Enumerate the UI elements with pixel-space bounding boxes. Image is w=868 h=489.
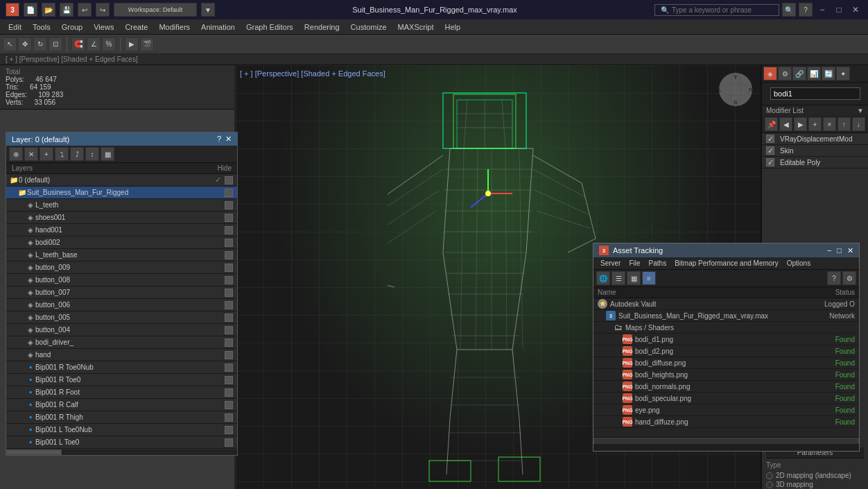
layer-hide-toggle[interactable] <box>225 264 233 272</box>
mod-next[interactable]: ▶ <box>794 117 807 131</box>
workspace-dropdown[interactable]: ▼ <box>201 3 215 17</box>
max-btn[interactable]: □ <box>832 3 846 17</box>
props-icon1[interactable]: ◈ <box>763 67 777 80</box>
rotate-tool[interactable]: ↻ <box>33 37 47 51</box>
props-icon2[interactable]: ⚙ <box>778 67 792 80</box>
layer-hide-toggle[interactable] <box>225 289 233 297</box>
layer-hide-toggle[interactable] <box>225 189 233 197</box>
mod-checkbox3[interactable]: ✓ <box>766 158 774 166</box>
layer-hide-toggle[interactable] <box>225 239 233 247</box>
layer-hide-toggle[interactable] <box>225 438 233 447</box>
layer-hide-toggle[interactable] <box>225 388 233 397</box>
asset-item[interactable]: PNG bodi_normals.png Found <box>593 381 859 393</box>
mod-dn[interactable]: ↓ <box>852 117 865 131</box>
layer-visibility-check[interactable]: ✓ <box>215 175 225 185</box>
scale-tool[interactable]: ⊡ <box>49 37 62 51</box>
layer-hide-toggle[interactable] <box>225 314 233 322</box>
props-icon3[interactable]: 🔗 <box>792 67 806 80</box>
layer-item[interactable]: 🔹 Bip001 R Toe0 <box>6 374 237 386</box>
layer-hide-toggle[interactable] <box>225 326 233 334</box>
menu-graph-editors[interactable]: Graph Editors <box>241 22 299 33</box>
layer-hide-toggle[interactable] <box>225 338 233 347</box>
layer-hide-toggle[interactable] <box>225 214 233 222</box>
layer-scrollbar-h[interactable] <box>6 449 237 455</box>
modifier-editable-poly[interactable]: ✓ Editable Poly <box>762 157 868 169</box>
layer-hide-toggle[interactable] <box>225 301 233 309</box>
radio-3d[interactable]: 3D mapping <box>766 481 864 488</box>
asset-settings-btn[interactable]: ⚙ <box>842 271 856 285</box>
modifier-vray[interactable]: ✓ VRayDisplacementMod <box>762 133 868 145</box>
asset-max-btn[interactable]: □ <box>837 246 842 255</box>
help-btn[interactable]: ? <box>799 3 813 17</box>
layer-item[interactable]: ◈ bodi_driver_ <box>6 336 237 349</box>
menu-group[interactable]: Group <box>56 22 89 33</box>
layer-item[interactable]: ◈ L_teeth <box>6 199 237 212</box>
asset-tool4[interactable]: ≡ <box>642 271 656 285</box>
layer-hide-toggle[interactable] <box>225 351 233 359</box>
move-tool[interactable]: ✥ <box>18 37 32 51</box>
menu-modifiers[interactable]: Modifiers <box>153 22 196 33</box>
layer-item[interactable]: ◈ button_009 <box>6 261 237 274</box>
layer-tool2[interactable]: ✕ <box>24 147 38 161</box>
props-icon5[interactable]: 🔄 <box>822 67 835 80</box>
layer-item[interactable]: ◈ bodi002 <box>6 237 237 249</box>
menu-tools[interactable]: Tools <box>27 22 56 33</box>
layer-tool6[interactable]: ↕ <box>85 147 99 161</box>
mod-up[interactable]: ↑ <box>837 117 851 131</box>
asset-tool3[interactable]: ▦ <box>627 271 641 285</box>
mod-pin[interactable]: 📌 <box>765 117 778 131</box>
close-btn[interactable]: ✕ <box>849 3 862 17</box>
layer-hide-toggle[interactable] <box>225 201 233 209</box>
asset-item[interactable]: 🗂 Maps / Shaders <box>593 322 859 334</box>
angle-snap[interactable]: ∠ <box>87 37 101 51</box>
layer-scrollbar-thumb[interactable] <box>6 449 62 455</box>
asset-tool2[interactable]: ☰ <box>611 271 625 285</box>
layer-item[interactable]: 🔹 Bip001 R Thigh <box>6 411 237 424</box>
redo-btn[interactable]: ↪ <box>96 3 110 17</box>
layer-hide-toggle[interactable] <box>225 426 233 434</box>
search-bar[interactable]: 🔍 <box>654 4 779 16</box>
asset-item[interactable]: PNG bodi_d2.png Found <box>593 345 859 357</box>
layer-hide-toggle[interactable] <box>225 226 233 234</box>
menu-animation[interactable]: Animation <box>196 22 241 33</box>
asset-item[interactable]: PNG hand_diffuze.png Found <box>593 416 859 428</box>
layer-item[interactable]: 📁 0 (default) ✓ <box>6 174 237 187</box>
layer-item[interactable]: 🔹 Bip001 L Toe0Nub <box>6 424 237 436</box>
layer-item[interactable]: ◈ hand <box>6 349 237 361</box>
layer-item[interactable]: ◈ button_007 <box>6 286 237 299</box>
layer-tool3[interactable]: + <box>40 147 53 161</box>
select-tool[interactable]: ↖ <box>3 37 17 51</box>
asset-item[interactable]: PNG bodi_d1.png Found <box>593 334 859 345</box>
layer-close-btn[interactable]: ✕ <box>225 135 232 144</box>
object-name-input[interactable] <box>770 87 860 100</box>
workspace-btn[interactable]: Workspace: Default <box>114 3 197 17</box>
asset-tool1[interactable]: 🌐 <box>596 271 610 285</box>
render-setup[interactable]: 🎬 <box>140 37 154 51</box>
asset-item[interactable]: PNG bodi_specular.png Found <box>593 393 859 404</box>
app-icon[interactable]: 3 <box>6 3 19 17</box>
layer-item[interactable]: ◈ hand001 <box>6 224 237 237</box>
asset-close-btn[interactable]: ✕ <box>847 246 853 255</box>
asset-item[interactable]: 3 Suit_Business_Man_Fur_Rigged_max_vray.… <box>593 310 859 322</box>
layer-item[interactable]: ◈ shoes001 <box>6 212 237 224</box>
props-icon6[interactable]: ✦ <box>836 67 850 80</box>
layer-tool1[interactable]: ⊕ <box>9 147 23 161</box>
snap-toggle[interactable]: 🧲 <box>71 37 85 51</box>
asset-item[interactable]: PNG bodi_heights.png Found <box>593 369 859 381</box>
mod-checkbox2[interactable]: ✓ <box>766 146 774 155</box>
asset-menu-server[interactable]: Server <box>596 258 625 268</box>
menu-views[interactable]: Views <box>88 22 119 33</box>
layer-tool5[interactable]: ⤴ <box>70 147 84 161</box>
asset-min-btn[interactable]: − <box>827 246 831 255</box>
mod-checkbox[interactable]: ✓ <box>766 135 774 143</box>
new-btn[interactable]: 📄 <box>24 3 37 17</box>
mod-prev[interactable]: ◀ <box>779 117 792 131</box>
asset-item[interactable]: ⭐ Autodesk Vault Logged O <box>593 298 859 310</box>
layer-tool4[interactable]: ⤵ <box>55 147 69 161</box>
layer-item[interactable]: 🔹 Bip001 R Foot <box>6 386 237 399</box>
menu-customize[interactable]: Customize <box>345 22 392 33</box>
layer-item[interactable]: ◈ button_006 <box>6 299 237 311</box>
layer-question-btn[interactable]: ? <box>217 135 221 144</box>
menu-rendering[interactable]: Rendering <box>299 22 345 33</box>
open-btn[interactable]: 📂 <box>42 3 55 17</box>
